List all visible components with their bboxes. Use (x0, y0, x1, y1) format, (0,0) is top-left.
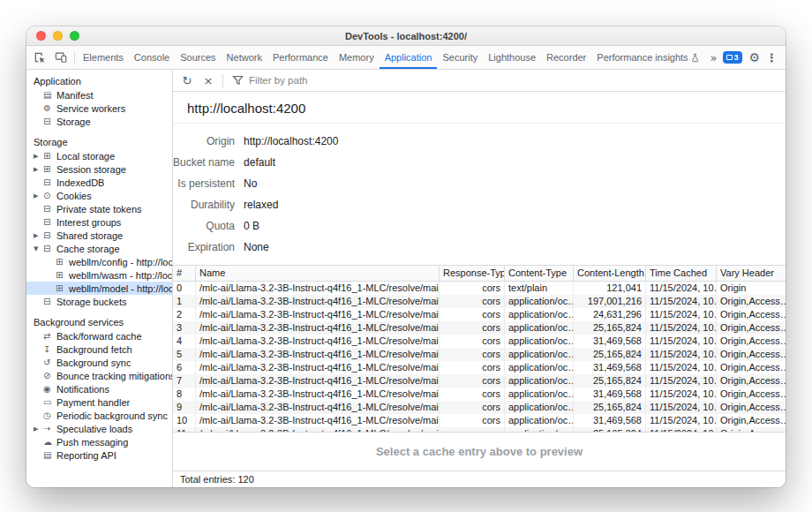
tab-application[interactable]: Application (380, 46, 438, 69)
column-header-time-cached[interactable]: Time Cached (646, 266, 717, 281)
cell-name: /mlc-ai/Llama-3.2-3B-Instruct-q4f16_1-ML… (196, 388, 440, 401)
cell-index: 2 (173, 308, 196, 321)
sidebar-item-background-sync[interactable]: ↺Background sync (26, 356, 172, 369)
cell-response-type: cors (440, 361, 505, 374)
sidebar-item-session-storage[interactable]: ▶⊞Session storage (26, 162, 172, 176)
tab-security[interactable]: Security (437, 46, 483, 69)
table-row[interactable]: 4/mlc-ai/Llama-3.2-3B-Instruct-q4f16_1-M… (173, 335, 786, 348)
close-button[interactable] (36, 31, 46, 41)
table-row[interactable]: 9/mlc-ai/Llama-3.2-3B-Instruct-q4f16_1-M… (173, 401, 786, 414)
sidebar-item-local-storage[interactable]: ▶⊞Local storage (26, 149, 172, 162)
more-tabs-icon[interactable]: » (710, 51, 717, 64)
clear-icon[interactable]: × (199, 72, 218, 89)
table-row[interactable]: 2/mlc-ai/Llama-3.2-3B-Instruct-q4f16_1-M… (173, 308, 786, 321)
tab-elements[interactable]: Elements (78, 46, 129, 69)
chevron-collapsed-icon[interactable]: ▶ (34, 232, 43, 239)
chevron-collapsed-icon[interactable]: ▶ (34, 192, 43, 200)
sidebar-item-back-forward-cache[interactable]: ⇄Back/forward cache (26, 329, 172, 343)
kebab-menu-icon[interactable]: ⋮ (766, 51, 778, 64)
chevron-expanded-icon[interactable]: ▼ (34, 245, 43, 252)
cell-content-length: 31,469,568 (574, 361, 646, 374)
sidebar-item-indexeddb[interactable]: ⊟IndexedDB (26, 176, 172, 189)
chevron-collapsed-icon[interactable]: ▶ (34, 425, 43, 433)
sidebar-item-bounce-tracking-mitigations[interactable]: ⊘Bounce tracking mitigations (26, 369, 172, 382)
tab-label: Performance insights (597, 47, 688, 68)
cell-content-length: 25,165,824 (574, 321, 646, 335)
tab-sources[interactable]: Sources (175, 46, 221, 69)
database-icon: ⊟ (43, 295, 56, 308)
table-row[interactable]: 7/mlc-ai/Llama-3.2-3B-Instruct-q4f16_1-M… (173, 374, 786, 388)
column-header-content-type[interactable]: Content-Type (505, 266, 574, 281)
cache-table-header: #NameResponse-TypeContent-TypeContent-Le… (173, 266, 786, 282)
cell-name: /mlc-ai/Llama-3.2-3B-Instruct-q4f16_1-ML… (196, 308, 440, 321)
sidebar-item-webllm-config-http-loc[interactable]: ⊞webllm/config - http://loc… (26, 255, 172, 268)
column-header-response-type[interactable]: Response-Type (440, 266, 505, 281)
inspect-icon[interactable] (29, 47, 50, 69)
sidebar-item-cache-storage[interactable]: ▼⊟Cache storage (26, 242, 172, 255)
tab-label: Memory (339, 47, 374, 68)
chevron-collapsed-icon[interactable]: ▶ (34, 166, 43, 173)
console-messages-badge[interactable]: 3 (723, 51, 742, 64)
sidebar-item-cookies[interactable]: ▶⊙Cookies (26, 189, 172, 202)
push-messaging-cloud-icon: ☁ (43, 435, 56, 448)
background-sync-icon: ↺ (43, 356, 56, 369)
sidebar-item-interest-groups[interactable]: ⊟Interest groups (26, 215, 172, 229)
refresh-icon[interactable]: ↻ (177, 72, 197, 89)
tab-console[interactable]: Console (129, 46, 175, 69)
tab-performance[interactable]: Performance (267, 46, 334, 69)
cell-content-type: application/oc… (505, 388, 574, 401)
cell-response-type: cors (440, 348, 505, 361)
column-header-content-length[interactable]: Content-Length (574, 266, 646, 281)
sidebar-item-webllm-wasm-http-loca[interactable]: ⊞webllm/wasm - http://loca… (26, 268, 172, 282)
cell-vary-header: Origin,Access… (717, 414, 786, 427)
cell-content-length: 25,165,824 (574, 374, 646, 388)
detail-label: Origin (173, 135, 235, 147)
cache-entries-table: #NameResponse-TypeContent-TypeContent-Le… (173, 265, 786, 432)
sidebar-item-service-workers[interactable]: ⚙Service workers (26, 102, 172, 115)
table-row[interactable]: 6/mlc-ai/Llama-3.2-3B-Instruct-q4f16_1-M… (173, 361, 786, 374)
cell-content-length: 31,469,568 (574, 335, 646, 348)
sidebar-item-private-state-tokens[interactable]: ⊟Private state tokens (26, 202, 172, 215)
filter-by-path-input[interactable] (249, 75, 443, 86)
sidebar-item-notifications[interactable]: ◉Notifications (26, 382, 172, 395)
settings-gear-icon[interactable]: ⚙ (748, 50, 760, 64)
minimize-button[interactable] (53, 31, 63, 41)
sidebar-item-storage-buckets[interactable]: ⊟Storage buckets (26, 295, 172, 308)
tab-performance-insights[interactable]: Performance insights (591, 46, 703, 69)
tab-network[interactable]: Network (222, 46, 267, 69)
cell-time-cached: 11/15/2024, 10… (646, 374, 717, 388)
tab-memory[interactable]: Memory (334, 46, 380, 69)
table-row[interactable]: 8/mlc-ai/Llama-3.2-3B-Instruct-q4f16_1-M… (173, 388, 786, 401)
sidebar-item-shared-storage[interactable]: ▶⊟Shared storage (26, 229, 172, 242)
table-row[interactable]: 5/mlc-ai/Llama-3.2-3B-Instruct-q4f16_1-M… (173, 348, 786, 361)
cell-content-length: 25,165,824 (574, 348, 646, 361)
table-row[interactable]: 10/mlc-ai/Llama-3.2-3B-Instruct-q4f16_1-… (173, 414, 786, 427)
sidebar-item-speculative-loads[interactable]: ▶⇢Speculative loads (26, 422, 172, 435)
titlebar[interactable]: DevTools - localhost:4200/ (26, 26, 786, 46)
sidebar-item-storage[interactable]: ⊟Storage (26, 115, 172, 128)
sidebar-item-webllm-model-http-loc[interactable]: ⊞webllm/model - http://loc… (26, 282, 172, 295)
column-header-index[interactable]: # (173, 266, 196, 281)
cell-response-type: cors (440, 295, 505, 308)
tab-lighthouse[interactable]: Lighthouse (483, 46, 541, 69)
column-header-vary-header[interactable]: Vary Header (717, 266, 786, 281)
sidebar-item-label: Session storage (56, 164, 126, 175)
table-row[interactable]: 1/mlc-ai/Llama-3.2-3B-Instruct-q4f16_1-M… (173, 295, 786, 308)
zoom-button[interactable] (70, 31, 79, 41)
sidebar-item-background-fetch[interactable]: ↧Background fetch (26, 343, 172, 356)
device-toolbar-icon[interactable] (50, 47, 71, 69)
sidebar-item-payment-handler[interactable]: ▭Payment handler (26, 395, 172, 409)
cell-content-length: 31,469,568 (574, 414, 646, 427)
cell-response-type: cors (440, 414, 505, 427)
column-header-name[interactable]: Name (196, 266, 440, 281)
detail-label: Durability (173, 199, 235, 211)
table-row[interactable]: 3/mlc-ai/Llama-3.2-3B-Instruct-q4f16_1-M… (173, 321, 786, 335)
chevron-collapsed-icon[interactable]: ▶ (34, 153, 43, 160)
detail-label: Quota (173, 220, 235, 232)
sidebar-item-manifest[interactable]: ▤Manifest (26, 88, 172, 102)
sidebar-item-reporting-api[interactable]: ▤Reporting API (26, 448, 172, 462)
sidebar-item-push-messaging[interactable]: ☁Push messaging (26, 435, 172, 448)
sidebar-item-periodic-background-sync[interactable]: ◷Periodic background sync (26, 409, 172, 422)
tab-recorder[interactable]: Recorder (541, 46, 591, 69)
table-row[interactable]: 0/mlc-ai/Llama-3.2-3B-Instruct-q4f16_1-M… (173, 282, 786, 295)
